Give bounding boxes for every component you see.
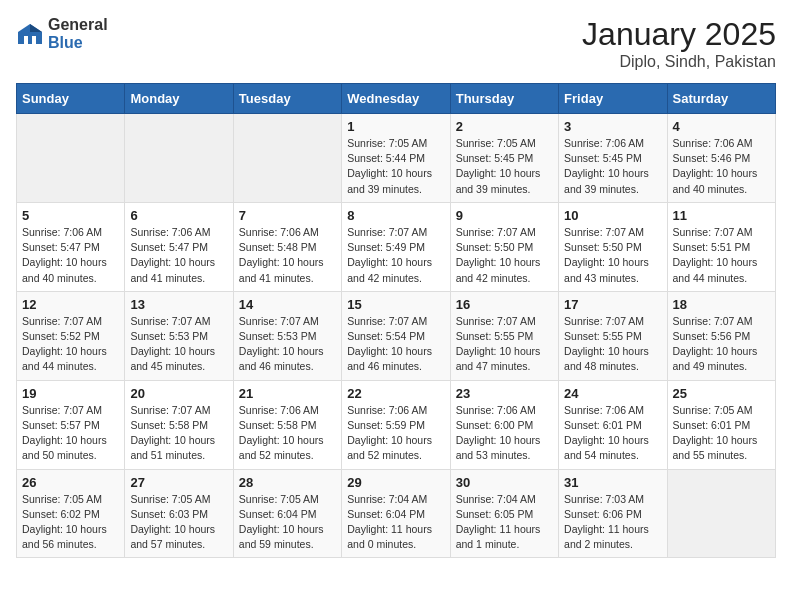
calendar-cell: 25Sunrise: 7:05 AM Sunset: 6:01 PM Dayli… [667, 380, 775, 469]
calendar-cell: 20Sunrise: 7:07 AM Sunset: 5:58 PM Dayli… [125, 380, 233, 469]
calendar-cell: 9Sunrise: 7:07 AM Sunset: 5:50 PM Daylig… [450, 202, 558, 291]
day-info: Sunrise: 7:06 AM Sunset: 5:47 PM Dayligh… [130, 225, 227, 286]
day-info: Sunrise: 7:07 AM Sunset: 5:49 PM Dayligh… [347, 225, 444, 286]
day-info: Sunrise: 7:07 AM Sunset: 5:55 PM Dayligh… [456, 314, 553, 375]
day-number: 21 [239, 386, 336, 401]
logo-icon [16, 22, 44, 46]
day-info: Sunrise: 7:06 AM Sunset: 5:48 PM Dayligh… [239, 225, 336, 286]
day-number: 17 [564, 297, 661, 312]
day-info: Sunrise: 7:06 AM Sunset: 6:00 PM Dayligh… [456, 403, 553, 464]
day-number: 26 [22, 475, 119, 490]
calendar-cell: 12Sunrise: 7:07 AM Sunset: 5:52 PM Dayli… [17, 291, 125, 380]
day-info: Sunrise: 7:07 AM Sunset: 5:53 PM Dayligh… [130, 314, 227, 375]
day-number: 25 [673, 386, 770, 401]
day-info: Sunrise: 7:05 AM Sunset: 6:01 PM Dayligh… [673, 403, 770, 464]
svg-rect-3 [32, 36, 36, 44]
calendar-cell: 30Sunrise: 7:04 AM Sunset: 6:05 PM Dayli… [450, 469, 558, 558]
day-number: 13 [130, 297, 227, 312]
calendar-cell: 8Sunrise: 7:07 AM Sunset: 5:49 PM Daylig… [342, 202, 450, 291]
day-number: 20 [130, 386, 227, 401]
day-info: Sunrise: 7:05 AM Sunset: 5:45 PM Dayligh… [456, 136, 553, 197]
calendar-cell [125, 114, 233, 203]
calendar-week-row: 26Sunrise: 7:05 AM Sunset: 6:02 PM Dayli… [17, 469, 776, 558]
day-info: Sunrise: 7:07 AM Sunset: 5:54 PM Dayligh… [347, 314, 444, 375]
day-info: Sunrise: 7:07 AM Sunset: 5:58 PM Dayligh… [130, 403, 227, 464]
day-number: 16 [456, 297, 553, 312]
calendar-cell: 4Sunrise: 7:06 AM Sunset: 5:46 PM Daylig… [667, 114, 775, 203]
calendar-week-row: 19Sunrise: 7:07 AM Sunset: 5:57 PM Dayli… [17, 380, 776, 469]
day-number: 10 [564, 208, 661, 223]
day-info: Sunrise: 7:05 AM Sunset: 6:02 PM Dayligh… [22, 492, 119, 553]
weekday-header-thursday: Thursday [450, 84, 558, 114]
day-info: Sunrise: 7:07 AM Sunset: 5:56 PM Dayligh… [673, 314, 770, 375]
day-info: Sunrise: 7:05 AM Sunset: 6:04 PM Dayligh… [239, 492, 336, 553]
calendar-week-row: 5Sunrise: 7:06 AM Sunset: 5:47 PM Daylig… [17, 202, 776, 291]
day-number: 11 [673, 208, 770, 223]
calendar-cell: 23Sunrise: 7:06 AM Sunset: 6:00 PM Dayli… [450, 380, 558, 469]
day-number: 24 [564, 386, 661, 401]
calendar-cell: 19Sunrise: 7:07 AM Sunset: 5:57 PM Dayli… [17, 380, 125, 469]
day-number: 5 [22, 208, 119, 223]
calendar-week-row: 12Sunrise: 7:07 AM Sunset: 5:52 PM Dayli… [17, 291, 776, 380]
day-info: Sunrise: 7:06 AM Sunset: 5:59 PM Dayligh… [347, 403, 444, 464]
calendar-cell [233, 114, 341, 203]
calendar-cell: 6Sunrise: 7:06 AM Sunset: 5:47 PM Daylig… [125, 202, 233, 291]
weekday-header-row: SundayMondayTuesdayWednesdayThursdayFrid… [17, 84, 776, 114]
calendar-cell: 7Sunrise: 7:06 AM Sunset: 5:48 PM Daylig… [233, 202, 341, 291]
logo-blue-text: Blue [48, 34, 83, 51]
day-number: 15 [347, 297, 444, 312]
calendar-cell: 29Sunrise: 7:04 AM Sunset: 6:04 PM Dayli… [342, 469, 450, 558]
day-number: 27 [130, 475, 227, 490]
day-number: 18 [673, 297, 770, 312]
day-number: 22 [347, 386, 444, 401]
day-number: 2 [456, 119, 553, 134]
day-number: 29 [347, 475, 444, 490]
day-info: Sunrise: 7:06 AM Sunset: 5:47 PM Dayligh… [22, 225, 119, 286]
day-number: 6 [130, 208, 227, 223]
calendar-cell: 26Sunrise: 7:05 AM Sunset: 6:02 PM Dayli… [17, 469, 125, 558]
calendar-cell: 5Sunrise: 7:06 AM Sunset: 5:47 PM Daylig… [17, 202, 125, 291]
day-number: 7 [239, 208, 336, 223]
day-info: Sunrise: 7:05 AM Sunset: 5:44 PM Dayligh… [347, 136, 444, 197]
calendar-cell: 18Sunrise: 7:07 AM Sunset: 5:56 PM Dayli… [667, 291, 775, 380]
calendar-title: January 2025 [582, 16, 776, 53]
calendar-week-row: 1Sunrise: 7:05 AM Sunset: 5:44 PM Daylig… [17, 114, 776, 203]
weekday-header-friday: Friday [559, 84, 667, 114]
day-number: 4 [673, 119, 770, 134]
day-info: Sunrise: 7:07 AM Sunset: 5:52 PM Dayligh… [22, 314, 119, 375]
day-number: 3 [564, 119, 661, 134]
calendar-cell: 13Sunrise: 7:07 AM Sunset: 5:53 PM Dayli… [125, 291, 233, 380]
calendar-cell: 28Sunrise: 7:05 AM Sunset: 6:04 PM Dayli… [233, 469, 341, 558]
day-info: Sunrise: 7:07 AM Sunset: 5:57 PM Dayligh… [22, 403, 119, 464]
day-number: 14 [239, 297, 336, 312]
day-number: 31 [564, 475, 661, 490]
day-info: Sunrise: 7:07 AM Sunset: 5:53 PM Dayligh… [239, 314, 336, 375]
calendar-cell: 27Sunrise: 7:05 AM Sunset: 6:03 PM Dayli… [125, 469, 233, 558]
calendar-cell: 22Sunrise: 7:06 AM Sunset: 5:59 PM Dayli… [342, 380, 450, 469]
calendar-cell: 14Sunrise: 7:07 AM Sunset: 5:53 PM Dayli… [233, 291, 341, 380]
day-info: Sunrise: 7:04 AM Sunset: 6:05 PM Dayligh… [456, 492, 553, 553]
calendar-cell: 11Sunrise: 7:07 AM Sunset: 5:51 PM Dayli… [667, 202, 775, 291]
day-number: 30 [456, 475, 553, 490]
day-info: Sunrise: 7:03 AM Sunset: 6:06 PM Dayligh… [564, 492, 661, 553]
calendar-table: SundayMondayTuesdayWednesdayThursdayFrid… [16, 83, 776, 558]
day-info: Sunrise: 7:07 AM Sunset: 5:51 PM Dayligh… [673, 225, 770, 286]
calendar-cell: 31Sunrise: 7:03 AM Sunset: 6:06 PM Dayli… [559, 469, 667, 558]
day-info: Sunrise: 7:06 AM Sunset: 5:45 PM Dayligh… [564, 136, 661, 197]
day-number: 9 [456, 208, 553, 223]
day-number: 23 [456, 386, 553, 401]
day-info: Sunrise: 7:07 AM Sunset: 5:55 PM Dayligh… [564, 314, 661, 375]
weekday-header-tuesday: Tuesday [233, 84, 341, 114]
day-info: Sunrise: 7:05 AM Sunset: 6:03 PM Dayligh… [130, 492, 227, 553]
day-number: 12 [22, 297, 119, 312]
day-number: 28 [239, 475, 336, 490]
day-number: 1 [347, 119, 444, 134]
weekday-header-monday: Monday [125, 84, 233, 114]
calendar-cell: 10Sunrise: 7:07 AM Sunset: 5:50 PM Dayli… [559, 202, 667, 291]
calendar-header: SundayMondayTuesdayWednesdayThursdayFrid… [17, 84, 776, 114]
calendar-cell: 21Sunrise: 7:06 AM Sunset: 5:58 PM Dayli… [233, 380, 341, 469]
day-info: Sunrise: 7:07 AM Sunset: 5:50 PM Dayligh… [456, 225, 553, 286]
calendar-subtitle: Diplo, Sindh, Pakistan [582, 53, 776, 71]
day-number: 19 [22, 386, 119, 401]
calendar-cell: 15Sunrise: 7:07 AM Sunset: 5:54 PM Dayli… [342, 291, 450, 380]
